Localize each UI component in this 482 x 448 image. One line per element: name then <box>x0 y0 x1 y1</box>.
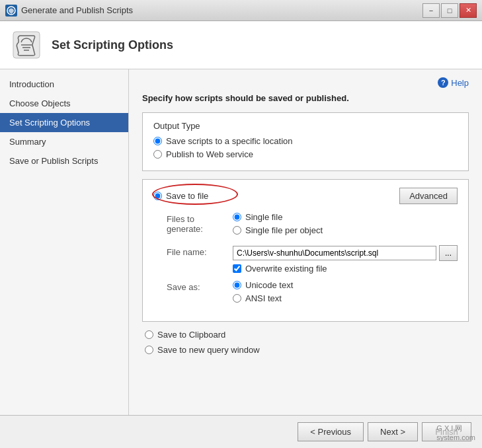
overwrite-label: Overwrite existing file <box>245 264 327 274</box>
radio-save-specific[interactable]: Save scripts to a specific location <box>153 136 458 146</box>
output-type-group: Output Type Save scripts to a specific l… <box>142 112 469 171</box>
watermark: G X I 网system.com <box>436 424 475 441</box>
main-content: ? Help Specify how scripts should be sav… <box>129 69 482 415</box>
title-bar: Generate and Publish Scripts − □ ✕ <box>0 0 482 21</box>
help-icon: ? <box>438 77 448 88</box>
save-as-row: Save as: Unicode text ANSI text <box>153 280 458 307</box>
next-button[interactable]: Next > <box>368 422 418 441</box>
single-file-label: Single file <box>245 212 282 222</box>
single-file-per-object-label: Single file per object <box>245 225 323 235</box>
save-as-label: Save as: <box>167 280 233 292</box>
header-area: Set Scripting Options <box>0 21 482 69</box>
help-label: Help <box>451 78 469 88</box>
save-query-window-label: Save to new query window <box>157 345 260 355</box>
close-button[interactable]: ✕ <box>460 3 477 18</box>
sidebar-item-choose-objects[interactable]: Choose Objects <box>0 94 128 113</box>
radio-save-clipboard[interactable]: Save to Clipboard <box>142 330 469 340</box>
help-link[interactable]: ? Help <box>438 77 469 88</box>
previous-button[interactable]: < Previous <box>298 422 364 441</box>
radio-unicode[interactable]: Unicode text <box>233 280 458 290</box>
save-clipboard-label: Save to Clipboard <box>157 330 225 340</box>
ansi-label: ANSI text <box>245 293 282 303</box>
files-to-generate-label: Files to generate: <box>167 212 233 234</box>
window-controls: − □ ✕ <box>422 3 477 18</box>
save-to-file-label: Save to file <box>166 191 208 201</box>
save-to-file-radio-row[interactable]: Save to file <box>153 191 208 201</box>
advanced-button[interactable]: Advanced <box>399 188 458 204</box>
browse-button[interactable]: ... <box>439 245 458 261</box>
radio-single-file-per-object[interactable]: Single file per object <box>233 225 458 235</box>
sidebar-item-set-scripting-options[interactable]: Set Scripting Options <box>0 113 128 132</box>
file-name-label: File name: <box>167 245 233 257</box>
radio-ansi[interactable]: ANSI text <box>233 293 458 303</box>
sidebar-item-save-or-publish[interactable]: Save or Publish Scripts <box>0 151 128 170</box>
unicode-label: Unicode text <box>245 280 293 290</box>
sidebar: Introduction Choose Objects Set Scriptin… <box>0 69 129 415</box>
page-title: Set Scripting Options <box>52 38 173 52</box>
save-specific-label: Save scripts to a specific location <box>166 136 292 146</box>
overwrite-checkbox-row[interactable]: Overwrite existing file <box>233 264 458 274</box>
save-as-controls: Unicode text ANSI text <box>233 280 458 307</box>
radio-single-file[interactable]: Single file <box>233 212 458 222</box>
app-icon <box>5 5 17 17</box>
output-type-label: Output Type <box>153 121 458 131</box>
radio-save-query-window[interactable]: Save to new query window <box>142 345 469 355</box>
publish-web-label: Publish to Web service <box>166 149 253 159</box>
save-to-file-section: Save to file Advanced Files to generate:… <box>142 179 469 322</box>
radio-publish-web[interactable]: Publish to Web service <box>153 149 458 159</box>
sidebar-item-summary[interactable]: Summary <box>0 132 128 151</box>
files-to-generate-row: Files to generate: Single file Single fi… <box>153 212 458 239</box>
minimize-button[interactable]: − <box>422 3 440 18</box>
maximize-button[interactable]: □ <box>441 3 458 18</box>
file-name-row: File name: ... Overwrite existing file <box>153 245 458 274</box>
file-name-controls: ... Overwrite existing file <box>233 245 458 274</box>
file-input-row: ... <box>233 245 458 261</box>
window-title: Generate and Publish Scripts <box>21 5 133 15</box>
file-name-input[interactable] <box>233 246 436 260</box>
file-options-controls: Single file Single file per object <box>233 212 458 239</box>
header-icon <box>11 29 42 61</box>
instruction-text: Specify how scripts should be saved or p… <box>142 93 469 103</box>
overwrite-checkbox[interactable] <box>233 264 241 273</box>
footer: < Previous Next > Finish <box>0 415 482 448</box>
sidebar-item-introduction[interactable]: Introduction <box>0 75 128 94</box>
